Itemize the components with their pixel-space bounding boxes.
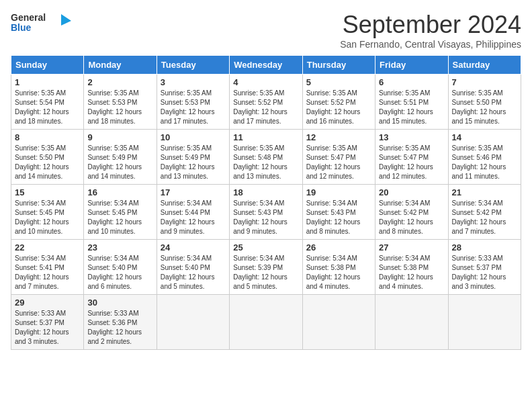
calendar-week-3: 22Sunrise: 5:34 AMSunset: 5:41 PMDayligh…	[11, 240, 521, 295]
calendar-day-14: 14Sunrise: 5:35 AMSunset: 5:46 PMDayligh…	[448, 130, 521, 185]
calendar-day-22: 22Sunrise: 5:34 AMSunset: 5:41 PMDayligh…	[11, 240, 84, 295]
calendar-day-20: 20Sunrise: 5:34 AMSunset: 5:42 PMDayligh…	[375, 185, 448, 240]
calendar-day-1: 1Sunrise: 5:35 AMSunset: 5:54 PMDaylight…	[11, 75, 84, 130]
day-number: 30	[87, 298, 152, 308]
location-subtitle: San Fernando, Central Visayas, Philippin…	[340, 39, 521, 50]
day-info: Sunrise: 5:34 AMSunset: 5:41 PMDaylight:…	[15, 254, 80, 291]
calendar-day-5: 5Sunrise: 5:35 AMSunset: 5:52 PMDaylight…	[302, 75, 375, 130]
day-info: Sunrise: 5:34 AMSunset: 5:45 PMDaylight:…	[15, 199, 80, 236]
weekday-header-row: SundayMondayTuesdayWednesdayThursdayFrid…	[11, 56, 521, 75]
day-info: Sunrise: 5:34 AMSunset: 5:39 PMDaylight:…	[233, 254, 298, 291]
svg-marker-2	[61, 14, 71, 26]
day-number: 7	[452, 77, 517, 87]
day-info: Sunrise: 5:35 AMSunset: 5:49 PMDaylight:…	[87, 144, 152, 181]
day-info: Sunrise: 5:35 AMSunset: 5:46 PMDaylight:…	[452, 144, 517, 181]
day-info: Sunrise: 5:33 AMSunset: 5:37 PMDaylight:…	[452, 254, 517, 291]
day-number: 5	[306, 77, 371, 87]
day-info: Sunrise: 5:34 AMSunset: 5:38 PMDaylight:…	[306, 254, 371, 291]
calendar-week-1: 8Sunrise: 5:35 AMSunset: 5:50 PMDaylight…	[11, 130, 521, 185]
day-number: 20	[379, 187, 444, 197]
calendar-day-27: 27Sunrise: 5:34 AMSunset: 5:38 PMDayligh…	[375, 240, 448, 295]
calendar-empty-cell	[230, 295, 302, 350]
svg-text:Blue: Blue	[11, 22, 32, 33]
day-number: 24	[161, 242, 226, 253]
day-number: 21	[452, 187, 517, 197]
calendar-day-29: 29Sunrise: 5:33 AMSunset: 5:37 PMDayligh…	[11, 295, 84, 350]
page-header: General Blue September 2024 San Fernando…	[11, 11, 521, 50]
day-number: 25	[233, 242, 298, 253]
day-number: 2	[87, 77, 152, 87]
calendar-day-2: 2Sunrise: 5:35 AMSunset: 5:53 PMDaylight…	[84, 75, 157, 130]
calendar-day-19: 19Sunrise: 5:34 AMSunset: 5:43 PMDayligh…	[302, 185, 375, 240]
day-info: Sunrise: 5:34 AMSunset: 5:42 PMDaylight:…	[379, 199, 444, 236]
calendar-day-4: 4Sunrise: 5:35 AMSunset: 5:52 PMDaylight…	[230, 75, 302, 130]
calendar-day-23: 23Sunrise: 5:34 AMSunset: 5:40 PMDayligh…	[84, 240, 157, 295]
day-info: Sunrise: 5:35 AMSunset: 5:52 PMDaylight:…	[233, 89, 298, 126]
day-number: 27	[379, 242, 444, 253]
calendar-day-21: 21Sunrise: 5:34 AMSunset: 5:42 PMDayligh…	[448, 185, 521, 240]
calendar-day-3: 3Sunrise: 5:35 AMSunset: 5:53 PMDaylight…	[157, 75, 229, 130]
calendar-day-8: 8Sunrise: 5:35 AMSunset: 5:50 PMDaylight…	[11, 130, 84, 185]
day-info: Sunrise: 5:35 AMSunset: 5:51 PMDaylight:…	[379, 89, 444, 126]
day-number: 4	[233, 77, 298, 87]
weekday-header-thursday: Thursday	[302, 56, 375, 75]
day-number: 18	[233, 187, 298, 197]
day-info: Sunrise: 5:34 AMSunset: 5:40 PMDaylight:…	[87, 254, 152, 291]
calendar-empty-cell	[302, 295, 375, 350]
calendar-day-12: 12Sunrise: 5:35 AMSunset: 5:47 PMDayligh…	[302, 130, 375, 185]
calendar-day-25: 25Sunrise: 5:34 AMSunset: 5:39 PMDayligh…	[230, 240, 302, 295]
calendar-day-16: 16Sunrise: 5:34 AMSunset: 5:45 PMDayligh…	[84, 185, 157, 240]
logo-icon: General Blue	[11, 11, 71, 35]
calendar-empty-cell	[375, 295, 448, 350]
day-info: Sunrise: 5:34 AMSunset: 5:45 PMDaylight:…	[87, 199, 152, 236]
weekday-header-monday: Monday	[84, 56, 157, 75]
calendar-day-13: 13Sunrise: 5:35 AMSunset: 5:47 PMDayligh…	[375, 130, 448, 185]
day-info: Sunrise: 5:35 AMSunset: 5:47 PMDaylight:…	[379, 144, 444, 181]
day-number: 9	[87, 132, 152, 142]
day-info: Sunrise: 5:34 AMSunset: 5:42 PMDaylight:…	[452, 199, 517, 236]
svg-text:General: General	[11, 12, 46, 23]
calendar-day-15: 15Sunrise: 5:34 AMSunset: 5:45 PMDayligh…	[11, 185, 84, 240]
calendar-day-10: 10Sunrise: 5:35 AMSunset: 5:49 PMDayligh…	[157, 130, 229, 185]
day-number: 13	[379, 132, 444, 142]
day-info: Sunrise: 5:35 AMSunset: 5:50 PMDaylight:…	[15, 144, 80, 181]
day-info: Sunrise: 5:35 AMSunset: 5:53 PMDaylight:…	[161, 89, 226, 126]
day-number: 6	[379, 77, 444, 87]
day-number: 26	[306, 242, 371, 253]
month-title: September 2024	[340, 11, 521, 39]
calendar-day-28: 28Sunrise: 5:33 AMSunset: 5:37 PMDayligh…	[448, 240, 521, 295]
weekday-header-sunday: Sunday	[11, 56, 84, 75]
calendar-day-9: 9Sunrise: 5:35 AMSunset: 5:49 PMDaylight…	[84, 130, 157, 185]
day-info: Sunrise: 5:35 AMSunset: 5:48 PMDaylight:…	[233, 144, 298, 181]
day-number: 19	[306, 187, 371, 197]
calendar-day-6: 6Sunrise: 5:35 AMSunset: 5:51 PMDaylight…	[375, 75, 448, 130]
weekday-header-wednesday: Wednesday	[230, 56, 302, 75]
day-info: Sunrise: 5:35 AMSunset: 5:50 PMDaylight:…	[452, 89, 517, 126]
day-number: 10	[161, 132, 226, 142]
day-number: 16	[87, 187, 152, 197]
weekday-header-saturday: Saturday	[448, 56, 521, 75]
day-number: 12	[306, 132, 371, 142]
calendar-week-2: 15Sunrise: 5:34 AMSunset: 5:45 PMDayligh…	[11, 185, 521, 240]
day-info: Sunrise: 5:35 AMSunset: 5:53 PMDaylight:…	[87, 89, 152, 126]
calendar-day-26: 26Sunrise: 5:34 AMSunset: 5:38 PMDayligh…	[302, 240, 375, 295]
day-number: 29	[15, 298, 80, 308]
calendar-day-30: 30Sunrise: 5:33 AMSunset: 5:36 PMDayligh…	[84, 295, 157, 350]
day-number: 17	[161, 187, 226, 197]
day-info: Sunrise: 5:34 AMSunset: 5:43 PMDaylight:…	[306, 199, 371, 236]
day-info: Sunrise: 5:33 AMSunset: 5:37 PMDaylight:…	[15, 309, 80, 347]
day-info: Sunrise: 5:34 AMSunset: 5:38 PMDaylight:…	[379, 254, 444, 291]
day-number: 22	[15, 242, 80, 253]
day-info: Sunrise: 5:35 AMSunset: 5:54 PMDaylight:…	[15, 89, 80, 126]
day-info: Sunrise: 5:35 AMSunset: 5:49 PMDaylight:…	[161, 144, 226, 181]
day-number: 28	[452, 242, 517, 253]
calendar-week-0: 1Sunrise: 5:35 AMSunset: 5:54 PMDaylight…	[11, 75, 521, 130]
weekday-header-tuesday: Tuesday	[157, 56, 229, 75]
day-info: Sunrise: 5:34 AMSunset: 5:44 PMDaylight:…	[161, 199, 226, 236]
day-info: Sunrise: 5:35 AMSunset: 5:52 PMDaylight:…	[306, 89, 371, 126]
calendar-day-17: 17Sunrise: 5:34 AMSunset: 5:44 PMDayligh…	[157, 185, 229, 240]
logo: General Blue	[11, 11, 71, 35]
day-info: Sunrise: 5:34 AMSunset: 5:43 PMDaylight:…	[233, 199, 298, 236]
calendar-table: SundayMondayTuesdayWednesdayThursdayFrid…	[11, 55, 521, 350]
day-number: 14	[452, 132, 517, 142]
